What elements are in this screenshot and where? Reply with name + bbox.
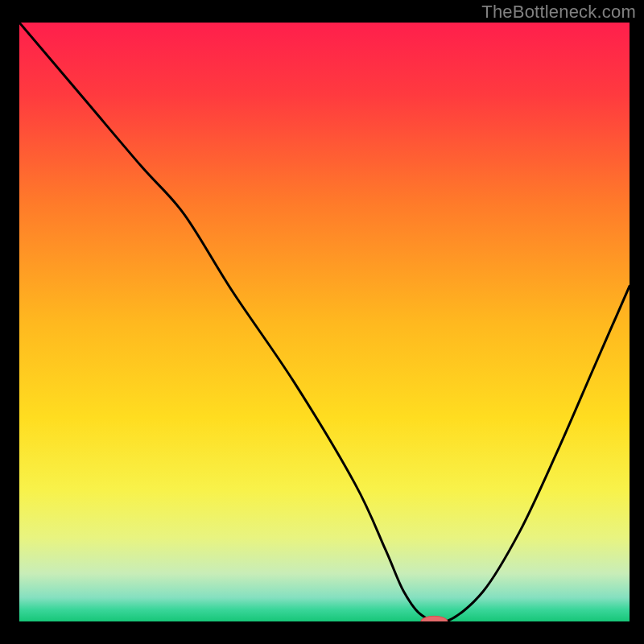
heat-background: [19, 23, 630, 621]
plot-svg: [19, 23, 630, 621]
chart-frame: TheBottleneck.com: [0, 0, 644, 644]
plot-area: [19, 23, 630, 621]
attribution-text: TheBottleneck.com: [481, 2, 636, 23]
